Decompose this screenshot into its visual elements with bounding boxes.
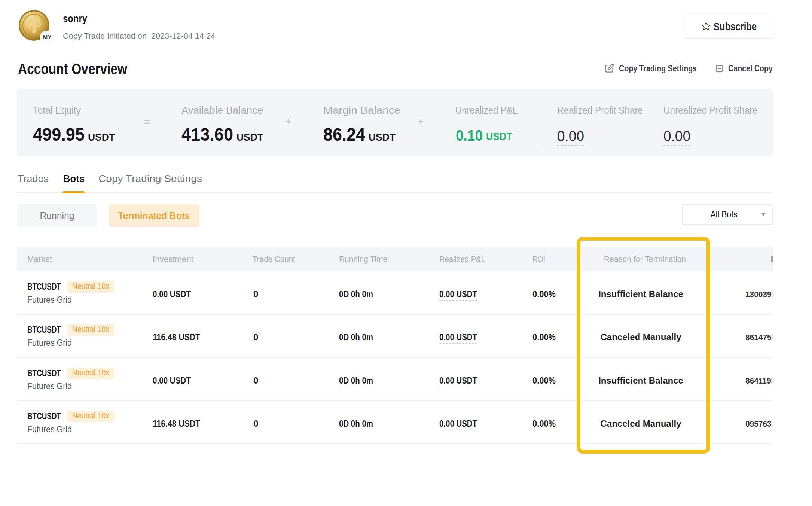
svg-text:MY: MY [43, 34, 52, 40]
